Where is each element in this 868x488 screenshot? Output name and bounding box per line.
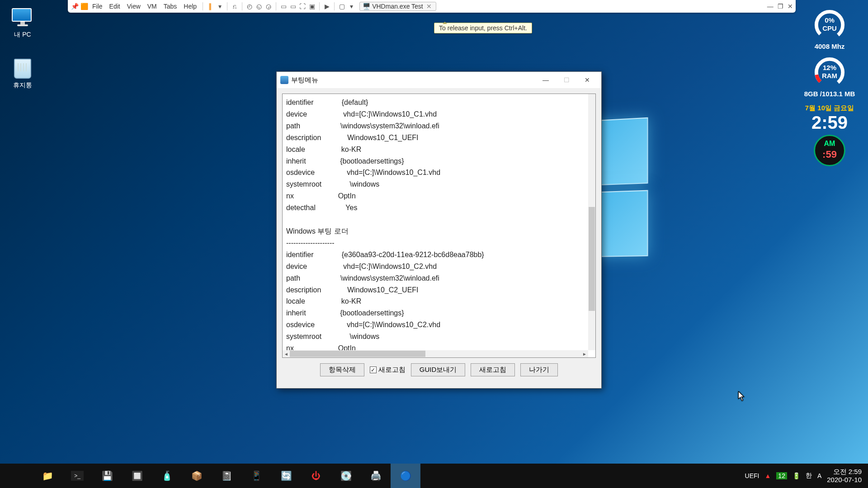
- menu-file[interactable]: File: [90, 3, 105, 10]
- folder-icon: 📁: [41, 469, 54, 482]
- hscroll-right-icon[interactable]: ►: [581, 352, 588, 357]
- pause-icon[interactable]: ∥: [206, 2, 214, 10]
- dialog-title: 부팅메뉴: [291, 76, 318, 84]
- taskbar-tool2[interactable]: 📦: [182, 464, 212, 488]
- taskbar-cpu[interactable]: 🔲: [122, 464, 152, 488]
- boot-text-area[interactable]: identifier {default} device vhd=[C:]\Win…: [282, 94, 596, 358]
- fit-icon[interactable]: ▭: [279, 2, 288, 10]
- terminal-icon: >_: [71, 471, 84, 481]
- tray-uefi[interactable]: UEFI: [745, 472, 760, 479]
- update-icon: 🔄: [280, 469, 292, 482]
- restore-icon[interactable]: ❐: [778, 3, 783, 10]
- disk-icon: 💾: [101, 469, 113, 482]
- hscroll-thumb[interactable]: [290, 351, 425, 357]
- vertical-scrollbar[interactable]: [588, 94, 595, 350]
- pc-icon: [12, 8, 33, 28]
- horizontal-scrollbar[interactable]: ◄ ►: [283, 350, 588, 357]
- minimize-icon[interactable]: —: [767, 3, 774, 10]
- desktop-icon-pc-label: 내 PC: [0, 31, 45, 39]
- tab-label: VHDman.exe Test: [372, 3, 423, 10]
- delete-entry-button[interactable]: 항목삭제: [320, 363, 364, 376]
- taskbar-power[interactable]: ⏻: [301, 464, 331, 488]
- hscroll-left-icon[interactable]: ◄: [283, 352, 290, 357]
- tray-clock-time: 오전 2:59: [827, 468, 862, 476]
- taskbar-vhdman[interactable]: 🔵: [391, 464, 420, 488]
- notes-icon: 📓: [220, 469, 233, 482]
- unity-icon[interactable]: ▣: [308, 2, 316, 10]
- snapshot-icon[interactable]: ⎌: [231, 2, 239, 10]
- dialog-maximize-button[interactable]: ☐: [556, 73, 577, 87]
- drive2-icon: 🖨️: [369, 469, 382, 482]
- snap2-icon[interactable]: ◵: [255, 2, 263, 10]
- tab-close-icon[interactable]: ✕: [425, 3, 433, 10]
- taskbar-drive2[interactable]: 🖨️: [361, 464, 391, 488]
- refresh-checkbox[interactable]: ✓ 새로고침: [370, 366, 406, 374]
- vscroll-thumb[interactable]: [589, 207, 595, 311]
- dialog-titlebar[interactable]: 부팅메뉴 — ☐ ✕: [277, 72, 601, 88]
- exit-button[interactable]: 나가기: [520, 363, 558, 376]
- vhdman-icon: 🔵: [399, 469, 412, 482]
- fit2-icon[interactable]: ▭: [289, 2, 297, 10]
- menu-view[interactable]: View: [124, 3, 143, 10]
- menu-edit[interactable]: Edit: [107, 3, 123, 10]
- cpu-gauge: 0%CPU: [814, 9, 845, 41]
- checkbox-checked-icon: ✓: [370, 366, 377, 373]
- desktop-icon-recycle[interactable]: 휴지통: [0, 59, 45, 89]
- tray-ime-ko[interactable]: 한: [806, 472, 812, 480]
- home-icon[interactable]: 🟧: [80, 2, 88, 10]
- widget-date: 7월 10일 금요일: [800, 104, 859, 113]
- cpu-freq: 4008 Mhz: [800, 42, 859, 50]
- close-icon[interactable]: ✕: [788, 3, 793, 10]
- desktop-widgets: 0%CPU 4008 Mhz 12%RAM 8GB /1013.1 MB 7월 …: [800, 9, 859, 168]
- vm-tab[interactable]: 🖥️ VHDman.exe Test ✕: [359, 2, 436, 11]
- drive-icon: 💽: [340, 469, 352, 482]
- box-icon: 📦: [190, 469, 203, 482]
- taskbar-terminal[interactable]: >_: [62, 464, 92, 488]
- snap1-icon[interactable]: ◴: [245, 2, 254, 10]
- dropdown2-icon[interactable]: ▾: [347, 2, 355, 10]
- dropdown-icon[interactable]: ▾: [216, 2, 224, 10]
- refresh-checkbox-label: 새로고침: [378, 366, 406, 374]
- system-tray: UEFI ▲ 12 🔋 한 A 오전 2:59 2020-07-10: [745, 468, 865, 484]
- tray-ime-a[interactable]: A: [817, 472, 821, 479]
- taskbar-tool1[interactable]: 🧴: [152, 464, 182, 488]
- ram-text: 8GB /1013.1 MB: [800, 90, 859, 98]
- dialog-close-button[interactable]: ✕: [577, 73, 598, 87]
- refresh-button[interactable]: 새로고침: [471, 363, 515, 376]
- tool-icon: 🧴: [160, 469, 173, 482]
- analog-clock: AM :59: [814, 135, 845, 166]
- chip-icon: 🔲: [131, 469, 143, 482]
- recycle-icon: [12, 59, 33, 79]
- tray-up-icon[interactable]: ▲: [764, 472, 771, 479]
- taskbar: 📁 >_ 💾 🔲 🧴 📦 📓 📱 🔄 ⏻ 💽 🖨️ 🔵 UEFI ▲ 12 🔋 …: [0, 464, 868, 488]
- desktop-icon-pc[interactable]: 내 PC: [0, 8, 45, 39]
- menu-help[interactable]: Help: [181, 3, 199, 10]
- taskbar-explorer[interactable]: 📁: [33, 464, 62, 488]
- console-icon[interactable]: ▶: [323, 2, 331, 10]
- start-button[interactable]: [3, 464, 33, 488]
- dialog-app-icon: [280, 76, 288, 84]
- send-guid-button[interactable]: GUID보내기: [411, 363, 466, 376]
- boot-menu-dialog: 부팅메뉴 — ☐ ✕ identifier {default} device v…: [276, 71, 602, 389]
- desktop-icon-recycle-label: 휴지통: [0, 81, 45, 89]
- fullscreen-icon[interactable]: ⛶: [298, 2, 307, 10]
- taskbar-notes[interactable]: 📓: [212, 464, 241, 488]
- snap3-icon[interactable]: ◶: [264, 2, 273, 10]
- power-icon: ⏻: [310, 469, 322, 482]
- dialog-minimize-button[interactable]: —: [535, 73, 556, 87]
- taskbar-update[interactable]: 🔄: [271, 464, 301, 488]
- lib-icon[interactable]: ▢: [338, 2, 346, 10]
- tray-clock-date: 2020-07-10: [827, 476, 862, 484]
- menu-vm[interactable]: VM: [145, 3, 160, 10]
- taskbar-calc[interactable]: 📱: [241, 464, 271, 488]
- pin-icon[interactable]: 📌: [71, 2, 79, 10]
- windows-icon: [13, 471, 23, 481]
- calc-icon: 📱: [250, 469, 263, 482]
- tray-battery-icon[interactable]: 🔋: [793, 472, 800, 479]
- monitor-icon: 🖥️: [363, 3, 370, 10]
- tray-clock[interactable]: 오전 2:59 2020-07-10: [827, 468, 862, 484]
- taskbar-drive1[interactable]: 💽: [331, 464, 361, 488]
- taskbar-save[interactable]: 💾: [92, 464, 122, 488]
- tray-num[interactable]: 12: [776, 472, 787, 479]
- menu-tabs[interactable]: Tabs: [161, 3, 180, 10]
